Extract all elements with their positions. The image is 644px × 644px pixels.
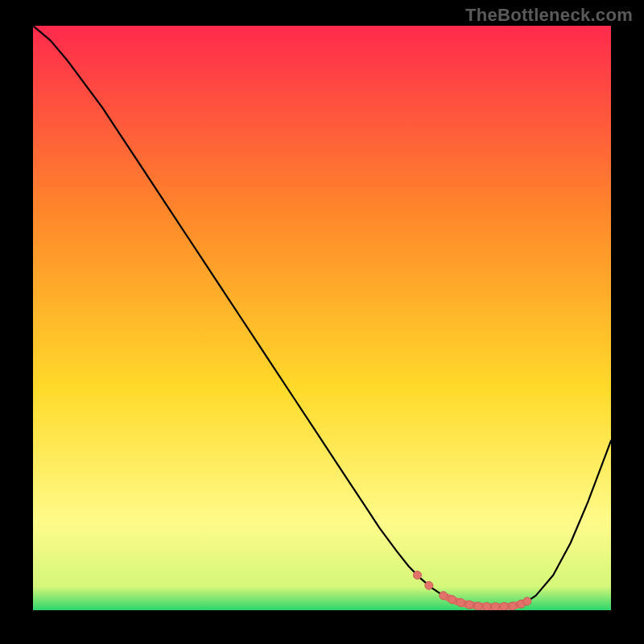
marker-dot bbox=[474, 602, 482, 610]
gradient-background bbox=[33, 26, 611, 610]
marker-dot bbox=[523, 597, 531, 605]
plot-area bbox=[33, 26, 611, 610]
marker-dot bbox=[465, 601, 473, 609]
marker-dot bbox=[500, 602, 508, 610]
marker-dot bbox=[491, 603, 499, 610]
chart-frame: TheBottleneck.com bbox=[0, 0, 644, 644]
marker-dot bbox=[440, 592, 448, 600]
marker-dot bbox=[413, 571, 421, 579]
marker-dot bbox=[425, 581, 433, 589]
marker-dot bbox=[483, 602, 491, 610]
watermark-text: TheBottleneck.com bbox=[465, 5, 633, 26]
bottleneck-curve-chart bbox=[33, 26, 611, 610]
marker-dot bbox=[456, 599, 464, 607]
marker-dot bbox=[448, 596, 456, 604]
marker-dot bbox=[509, 602, 517, 610]
